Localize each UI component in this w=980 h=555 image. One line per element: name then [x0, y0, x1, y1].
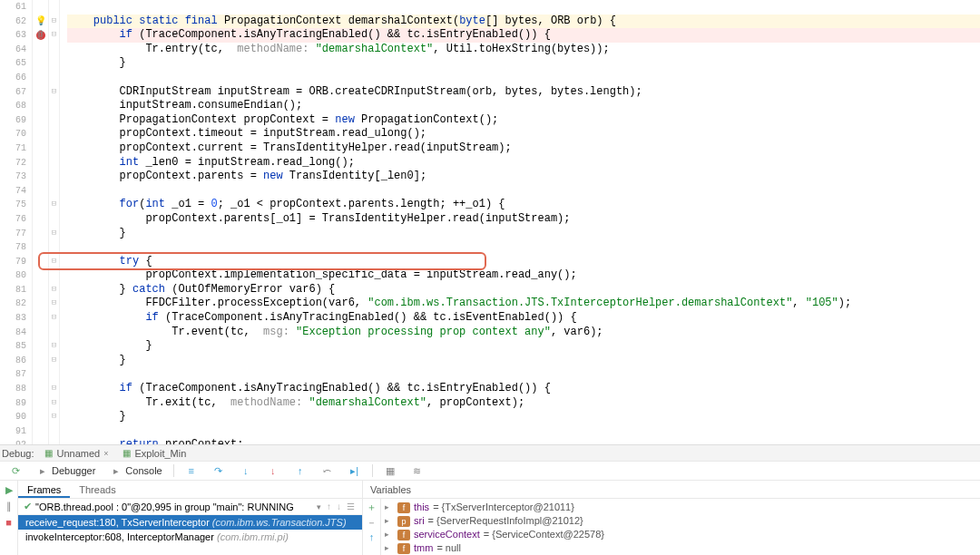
- fold-toggle[interactable]: [49, 424, 59, 439]
- rerun-button[interactable]: ⟳: [4, 463, 27, 479]
- code-line[interactable]: if (TraceComponent.isAnyTracingEnabled()…: [67, 382, 980, 396]
- code-line[interactable]: [67, 424, 980, 439]
- code-line[interactable]: propContext.implementation_specific_data…: [67, 268, 980, 283]
- code-line[interactable]: if (TraceComponent.isAnyTracingEnabled()…: [67, 28, 980, 43]
- fold-toggle[interactable]: ⊟: [49, 396, 59, 411]
- expand-arrow-icon[interactable]: ▸: [385, 541, 394, 555]
- intention-bulb-icon[interactable]: 💡: [35, 16, 46, 26]
- fold-toggle[interactable]: ⊟: [49, 15, 59, 29]
- fold-toggle[interactable]: ⊟: [49, 354, 59, 368]
- fold-toggle[interactable]: ⊟: [49, 339, 59, 354]
- fold-toggle[interactable]: [49, 326, 59, 340]
- code-line[interactable]: public static final PropagationContext d…: [67, 15, 980, 29]
- frame-list[interactable]: receive_request:180, TxServerInterceptor…: [18, 515, 362, 555]
- fold-toggle[interactable]: [49, 212, 59, 227]
- fold-toggle[interactable]: [49, 127, 59, 141]
- pause-button[interactable]: ∥: [2, 499, 16, 513]
- code-line[interactable]: try {: [67, 255, 980, 269]
- code-line[interactable]: [67, 240, 980, 255]
- variable-row[interactable]: ▸fthis = {TxServerInterceptor@21011}: [385, 501, 976, 514]
- trace-button[interactable]: ≋: [406, 463, 429, 479]
- fold-toggle[interactable]: ⊟: [49, 410, 59, 424]
- code-line[interactable]: [67, 0, 980, 15]
- code-area[interactable]: public static final PropagationContext d…: [60, 0, 980, 444]
- fold-toggle[interactable]: [49, 367, 59, 382]
- frames-tab[interactable]: Frames: [18, 481, 70, 498]
- code-editor[interactable]: 6162636465666768697071727374757677787980…: [0, 0, 980, 444]
- fold-toggle[interactable]: [49, 141, 59, 156]
- fold-toggle[interactable]: [49, 99, 59, 113]
- fold-toggle[interactable]: [49, 240, 59, 255]
- code-line[interactable]: propContext.parents = new TransIdentity[…: [67, 170, 980, 184]
- code-line[interactable]: }: [67, 56, 980, 71]
- code-line[interactable]: propContext.timeout = inputStream.read_u…: [67, 127, 980, 141]
- step-over-button[interactable]: ≡: [180, 463, 203, 478]
- fold-toggle[interactable]: [49, 0, 59, 15]
- fold-toggle[interactable]: ⊟: [49, 227, 59, 241]
- code-line[interactable]: PropagationContext propContext = new Pro…: [67, 113, 980, 128]
- run-to-cursor-button[interactable]: ▸|: [343, 463, 367, 479]
- expand-arrow-icon[interactable]: ▸: [385, 514, 394, 528]
- force-step-into-button[interactable]: ↓: [261, 463, 285, 478]
- fold-toggle[interactable]: [49, 56, 59, 71]
- threads-tab[interactable]: Threads: [70, 481, 124, 498]
- fold-toggle[interactable]: ⊟: [49, 255, 59, 269]
- code-line[interactable]: return propContext;: [67, 438, 980, 444]
- stack-frame[interactable]: invokeInterceptor:608, InterceptorManage…: [18, 530, 362, 544]
- fold-toggle[interactable]: [49, 438, 59, 444]
- variable-row[interactable]: ▸fserviceContext = {ServiceContext@22578…: [385, 528, 976, 541]
- code-line[interactable]: [67, 184, 980, 199]
- code-line[interactable]: int _len0 = inputStream.read_long();: [67, 156, 980, 170]
- step-out-button[interactable]: ↑: [289, 463, 312, 478]
- fold-toggle[interactable]: [49, 184, 59, 199]
- debugger-tab[interactable]: ▸Debugger: [31, 463, 101, 479]
- code-line[interactable]: Tr.event(tc, msg: "Exception processing …: [67, 326, 980, 340]
- code-line[interactable]: }: [67, 227, 980, 241]
- up-button[interactable]: ↑: [369, 531, 375, 542]
- code-line[interactable]: CDRInputStream inputStream = ORB.createC…: [67, 85, 980, 100]
- fold-toggle[interactable]: [49, 113, 59, 128]
- variables-list[interactable]: ▸fthis = {TxServerInterceptor@21011}▸psr…: [381, 499, 980, 555]
- fold-toggle[interactable]: ⊟: [49, 198, 59, 212]
- code-line[interactable]: for(int _o1 = 0; _o1 < propContext.paren…: [67, 198, 980, 212]
- code-line[interactable]: if (TraceComponent.isAnyTracingEnabled()…: [67, 311, 980, 326]
- code-line[interactable]: FFDCFilter.processException(var6, "com.i…: [67, 297, 980, 311]
- stack-frame[interactable]: receive_request:180, TxServerInterceptor…: [18, 515, 362, 530]
- code-line[interactable]: [67, 367, 980, 382]
- code-line[interactable]: inputStream.consumeEndian();: [67, 99, 980, 113]
- debug-tab[interactable]: ▦ Unnamed ×: [41, 445, 112, 462]
- debug-tab[interactable]: ▦ Exploit_Min: [119, 445, 190, 462]
- fold-toggle[interactable]: ⊟: [49, 85, 59, 100]
- code-line[interactable]: propContext.current = TransIdentityHelpe…: [67, 141, 980, 156]
- fold-toggle[interactable]: [49, 170, 59, 184]
- fold-toggle[interactable]: [49, 71, 59, 85]
- fold-toggle[interactable]: [49, 43, 59, 57]
- evaluate-button[interactable]: ▦: [378, 463, 402, 479]
- drop-frame-button[interactable]: ⤺: [316, 463, 339, 479]
- expand-arrow-icon[interactable]: ▸: [385, 501, 394, 514]
- code-line[interactable]: Tr.exit(tc, methodName: "demarshalContex…: [67, 396, 980, 411]
- remove-watch-button[interactable]: －: [367, 516, 377, 530]
- code-line[interactable]: Tr.entry(tc, methodName: "demarshalConte…: [67, 43, 980, 57]
- fold-toggle[interactable]: ⊟: [49, 28, 59, 43]
- code-line[interactable]: }: [67, 354, 980, 368]
- add-watch-button[interactable]: ＋: [367, 501, 377, 514]
- console-tab[interactable]: ▸Console: [104, 463, 167, 479]
- close-icon[interactable]: ×: [103, 445, 108, 462]
- thread-selector[interactable]: ✔ "ORB.thread.pool : 0"@20,995 in group …: [18, 499, 362, 515]
- variable-row[interactable]: ▸ftmm = null: [385, 541, 976, 555]
- code-line[interactable]: }: [67, 410, 980, 424]
- fold-toggle[interactable]: ⊟: [49, 311, 59, 326]
- code-line[interactable]: propContext.parents[_o1] = TransIdentity…: [67, 212, 980, 227]
- chevron-down-icon[interactable]: ▾: [317, 502, 321, 511]
- step-over-button[interactable]: ↷: [207, 463, 230, 479]
- resume-button[interactable]: ▶: [2, 482, 16, 497]
- prev-frame-button[interactable]: ↑: [325, 501, 333, 511]
- fold-toggle[interactable]: [49, 268, 59, 283]
- fold-toggle[interactable]: ⊟: [49, 382, 59, 396]
- fold-toggle[interactable]: [49, 156, 59, 170]
- filter-button[interactable]: ☰: [345, 501, 357, 511]
- variable-row[interactable]: ▸psri = {ServerRequestInfoImpl@21012}: [385, 514, 976, 528]
- fold-toggle[interactable]: ⊟: [49, 283, 59, 297]
- next-frame-button[interactable]: ↓: [335, 501, 343, 511]
